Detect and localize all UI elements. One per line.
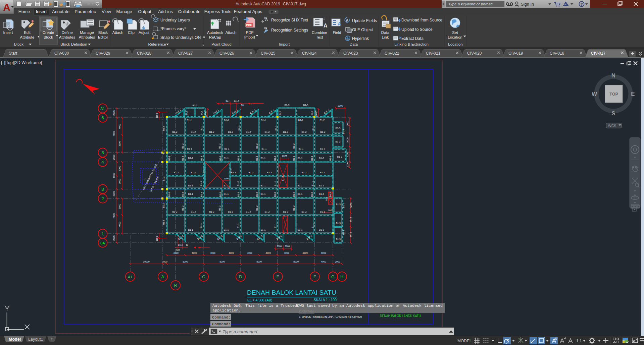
svg-text:2000: 2000 [113, 191, 115, 196]
svg-text:B1-1: B1-1 [187, 119, 192, 121]
svg-text:1000: 1000 [162, 261, 167, 263]
svg-text:4000: 4000 [210, 252, 215, 254]
svg-text:1. UNTUK PEMBESIAN LIHAT GAMBA: 1. UNTUK PEMBESIAN LIHAT GAMBAR No: CIV-… [299, 315, 362, 319]
svg-text:B1-3: B1-3 [342, 230, 345, 235]
svg-text:Edit: Edit [24, 31, 31, 35]
svg-text:B1-1: B1-1 [312, 125, 314, 130]
svg-text:1: 1 [101, 231, 104, 236]
svg-text:2000: 2000 [338, 105, 343, 107]
svg-text:B1-3: B1-3 [336, 127, 341, 129]
svg-text:Field: Field [333, 31, 341, 35]
svg-text:B1-2: B1-2 [283, 131, 288, 133]
svg-text:B1-3: B1-3 [186, 111, 188, 115]
svg-text:1500: 1500 [224, 177, 229, 180]
svg-text:Block: Block [98, 31, 108, 35]
svg-text:8000: 8000 [219, 261, 225, 263]
svg-text:4000: 4000 [265, 252, 271, 254]
svg-text:B1-3: B1-3 [293, 156, 295, 161]
svg-text:8000: 8000 [256, 261, 262, 263]
svg-text:Adjust: Adjust [139, 31, 150, 35]
svg-text:CIV-019: CIV-019 [508, 51, 523, 56]
svg-text:B1-3: B1-3 [182, 156, 184, 161]
svg-text:Recognize SHX Text: Recognize SHX Text [271, 18, 308, 22]
svg-text:1025: 1025 [328, 209, 333, 212]
svg-text:B1-2: B1-2 [302, 211, 307, 213]
svg-text:B1-1: B1-1 [224, 193, 229, 195]
svg-text:B1-1: B1-1 [188, 157, 193, 159]
svg-text:8000: 8000 [293, 261, 299, 263]
svg-text:1714: 1714 [234, 100, 239, 102]
svg-text:3018: 3018 [350, 232, 352, 237]
svg-text:2000: 2000 [277, 245, 282, 247]
svg-text:Attribute: Attribute [20, 35, 35, 39]
svg-text:Collaborate: Collaborate [178, 9, 201, 14]
svg-text:CIV-028: CIV-028 [137, 51, 152, 56]
svg-text:Start: Start [9, 51, 17, 56]
svg-text:A: A [265, 17, 268, 21]
svg-text:B1-1: B1-1 [261, 184, 266, 187]
svg-text:B1-2: B1-2 [246, 211, 251, 213]
svg-text:2000: 2000 [285, 245, 290, 247]
svg-text:B1-2: B1-2 [319, 157, 324, 159]
svg-text:B1-2: B1-2 [293, 143, 295, 149]
svg-text:B1-3: B1-3 [201, 111, 203, 115]
svg-text:B1-2: B1-2 [162, 220, 165, 225]
svg-text:B1-3: B1-3 [342, 203, 345, 208]
svg-text:CIV-026: CIV-026 [219, 51, 234, 56]
svg-text:N: N [611, 72, 615, 79]
svg-text:3318: 3318 [350, 217, 352, 222]
svg-text:Location: Location [448, 35, 462, 39]
svg-text:B1-2: B1-2 [283, 211, 288, 213]
svg-text:2000: 2000 [335, 261, 340, 263]
svg-text:EL + 4.500 (AB): EL + 4.500 (AB) [247, 298, 273, 302]
svg-text:E: E [277, 274, 280, 279]
svg-text:3600: 3600 [118, 141, 121, 147]
svg-text:Update Fields: Update Fields [352, 18, 377, 23]
svg-text:B1-2: B1-2 [320, 131, 326, 133]
svg-text:B1-1: B1-1 [188, 184, 193, 187]
svg-text:B1-2: B1-2 [282, 176, 284, 181]
svg-text:B1-3: B1-3 [337, 156, 342, 158]
svg-text:CIV-029: CIV-029 [96, 51, 110, 56]
svg-text:B1-1: B1-1 [225, 148, 230, 150]
svg-text:1600: 1600 [346, 121, 349, 126]
svg-text:B1-1: B1-1 [261, 157, 266, 159]
svg-text:4000: 4000 [284, 252, 289, 254]
svg-text:Reference: Reference [148, 42, 166, 46]
svg-text:Command:: Command: [212, 315, 231, 320]
svg-text:B1-1: B1-1 [224, 184, 229, 187]
svg-text:1:1: 1:1 [576, 339, 582, 343]
svg-text:B1-3: B1-3 [237, 156, 240, 161]
svg-text:G: G [331, 274, 335, 279]
svg-text:B1-2: B1-2 [162, 176, 165, 181]
svg-text:B1-3: B1-3 [256, 156, 258, 161]
svg-text:B1-3: B1-3 [336, 140, 341, 143]
svg-text:B1-3: B1-3 [279, 111, 281, 115]
svg-text:Manage: Manage [80, 31, 94, 35]
svg-text:B1-2: B1-2 [209, 211, 214, 213]
svg-text:B1-2: B1-2 [320, 119, 325, 121]
svg-text:B1-2: B1-2 [218, 206, 221, 211]
svg-text:527: 527 [177, 249, 180, 251]
svg-text:B1-1: B1-1 [262, 148, 267, 150]
svg-text:D: D [239, 274, 242, 279]
svg-text:B1-2: B1-2 [293, 206, 295, 211]
svg-text:Insert: Insert [36, 9, 47, 14]
svg-text:B1-1: B1-1 [188, 229, 193, 231]
svg-text:5: 5 [101, 150, 104, 155]
svg-text:A: A [161, 274, 164, 279]
svg-text:Hyperlink: Hyperlink [352, 36, 369, 41]
svg-text:A1: A1 [128, 275, 132, 279]
svg-text:Insert: Insert [3, 31, 13, 35]
svg-text:Command:: Command: [212, 322, 231, 326]
svg-text:1100: 1100 [156, 236, 158, 241]
svg-text:Import: Import [279, 42, 290, 46]
svg-text:Attach: Attach [112, 31, 123, 35]
svg-text:B1-3: B1-3 [302, 171, 307, 174]
svg-text:2035: 2035 [204, 111, 207, 116]
svg-text:Data: Data [381, 31, 390, 35]
svg-text:8000: 8000 [183, 261, 188, 263]
svg-text:4000: 4000 [118, 124, 121, 129]
svg-text:B1-1: B1-1 [224, 119, 229, 121]
svg-text:Clip: Clip [128, 31, 135, 35]
